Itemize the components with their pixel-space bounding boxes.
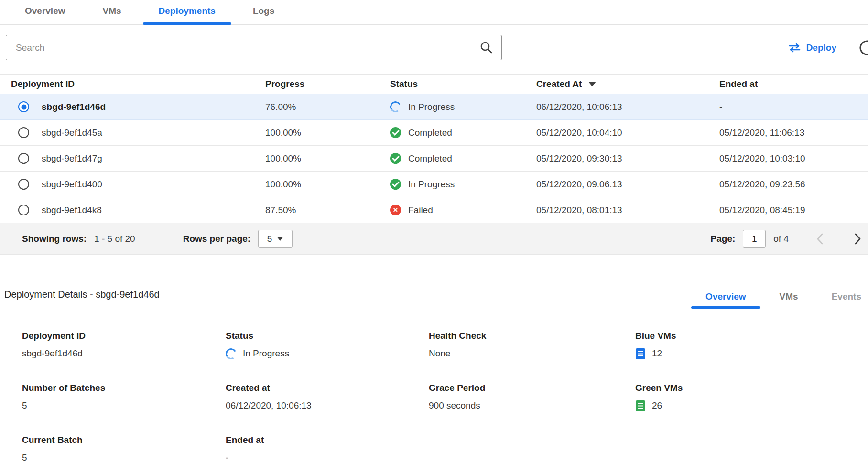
field-deployment-id: Deployment ID sbgd-9ef1d46d: [22, 331, 226, 360]
field-ended-at: Ended at -: [226, 435, 429, 464]
table-row[interactable]: sbgd-9ef1d4k8 87.50% Failed 05/12/2020, …: [0, 197, 868, 223]
showing-rows-label: Showing rows:: [22, 234, 87, 244]
deployment-details-section: Deployment Details - sbgd-9ef1d46d Overv…: [0, 289, 868, 464]
page-input[interactable]: [743, 230, 766, 248]
field-created-at: Created at 06/12/2020, 10:06:13: [226, 383, 429, 412]
sort-desc-icon: [588, 82, 596, 86]
status-label: Completed: [408, 153, 452, 164]
tab-logs[interactable]: Logs: [253, 6, 274, 24]
deployment-id: sbgd-9ef1d400: [42, 179, 102, 190]
radio-button[interactable]: [18, 101, 29, 112]
progress-value: 87.50%: [252, 205, 377, 215]
completed-icon: [390, 127, 401, 138]
created-at-value: 06/12/2020, 10:06:13: [523, 102, 706, 112]
table-row[interactable]: sbgd-9ef1d47g 100.00% Completed 05/12/20…: [0, 146, 868, 172]
deployment-id: sbgd-9ef1d46d: [42, 102, 106, 112]
top-tab-bar: Overview VMs Deployments Logs: [0, 0, 868, 25]
ended-at-value: -: [706, 102, 868, 112]
deployments-table: Deployment ID Progress Status Created At…: [0, 74, 868, 255]
column-header-deployment-id: Deployment ID: [0, 79, 252, 89]
rows-per-page-select[interactable]: 5: [258, 230, 293, 248]
swap-arrows-icon: [788, 43, 801, 53]
ended-at-value: 05/12/2020, 10:03:10: [706, 153, 868, 164]
radio-button[interactable]: [18, 153, 29, 164]
tab-vms[interactable]: VMs: [103, 6, 121, 24]
radio-button[interactable]: [18, 205, 29, 215]
status-label: In Progress: [408, 102, 455, 112]
field-health-check: Health Check None: [429, 331, 635, 360]
deployment-id: sbgd-9ef1d47g: [42, 153, 102, 164]
column-header-ended-at: Ended at: [706, 79, 868, 89]
column-header-progress: Progress: [252, 79, 377, 89]
deploy-button[interactable]: Deploy: [788, 43, 836, 53]
vm-green-icon: [635, 400, 646, 412]
field-blue-vms: Blue VMs 12: [635, 331, 868, 360]
details-tab-events[interactable]: Events: [832, 291, 861, 309]
status-label: Completed: [408, 128, 452, 138]
details-grid: Deployment ID sbgd-9ef1d46d Status In Pr…: [22, 331, 868, 464]
details-tab-vms[interactable]: VMs: [780, 291, 798, 309]
table-footer: Showing rows: 1 - 5 of 20 Rows per page:…: [0, 223, 868, 255]
search-box[interactable]: [6, 35, 502, 60]
ended-at-value: 05/12/2020, 09:23:56: [706, 179, 868, 190]
progress-value: 100.00%: [252, 128, 377, 138]
in-progress-icon: [389, 100, 402, 113]
chevron-left-icon[interactable]: [816, 233, 823, 245]
table-header-row: Deployment ID Progress Status Created At…: [0, 74, 868, 94]
table-row[interactable]: sbgd-9ef1d400 100.00% In Progress 05/12/…: [0, 172, 868, 197]
field-grace-period: Grace Period 900 seconds: [429, 383, 635, 412]
tab-deployments[interactable]: Deployments: [159, 6, 216, 24]
details-title: Deployment Details - sbgd-9ef1d46d: [4, 289, 160, 309]
table-row[interactable]: sbgd-9ef1d46d 76.00% In Progress 06/12/2…: [0, 94, 868, 120]
table-row[interactable]: sbgd-9ef1d45a 100.00% Completed 05/12/20…: [0, 120, 868, 146]
radio-button[interactable]: [18, 179, 29, 190]
status-label: Failed: [408, 205, 433, 215]
failed-icon: [390, 205, 401, 215]
completed-icon: [390, 179, 401, 190]
deploy-label: Deploy: [806, 43, 836, 53]
vm-blue-icon: [635, 348, 646, 360]
completed-icon: [390, 153, 401, 164]
tab-overview[interactable]: Overview: [25, 6, 65, 24]
created-at-value: 05/12/2020, 10:04:10: [523, 128, 706, 138]
ended-at-value: 05/12/2020, 08:45:19: [706, 205, 868, 215]
page-count: of 4: [773, 234, 789, 244]
deployment-id: sbgd-9ef1d45a: [42, 128, 102, 138]
progress-value: 76.00%: [252, 102, 377, 112]
details-tab-overview[interactable]: Overview: [705, 291, 746, 309]
pager: Page: of 4: [711, 230, 861, 248]
deployment-id: sbgd-9ef1d4k8: [42, 205, 102, 215]
details-tab-bar: Overview VMs Events: [705, 291, 861, 309]
showing-rows-value: 1 - 5 of 20: [94, 234, 135, 244]
column-header-created-at[interactable]: Created At: [523, 79, 706, 89]
in-progress-icon: [224, 347, 238, 360]
progress-value: 100.00%: [252, 153, 377, 164]
created-at-value: 05/12/2020, 09:06:13: [523, 179, 706, 190]
status-label: In Progress: [408, 179, 455, 190]
field-number-of-batches: Number of Batches 5: [22, 383, 226, 412]
refresh-icon[interactable]: [857, 38, 868, 57]
created-at-value: 05/12/2020, 09:30:13: [523, 153, 706, 164]
ended-at-value: 05/12/2020, 11:06:13: [706, 128, 868, 138]
field-status: Status In Progress: [226, 331, 429, 360]
rows-per-page-label: Rows per page:: [183, 234, 250, 244]
search-input[interactable]: [6, 43, 480, 53]
chevron-right-icon[interactable]: [855, 233, 861, 245]
search-icon: [480, 41, 493, 54]
created-at-value: 05/12/2020, 08:01:13: [523, 205, 706, 215]
page-label: Page:: [711, 234, 736, 244]
field-current-batch: Current Batch 5: [22, 435, 226, 464]
radio-button[interactable]: [18, 127, 29, 138]
column-header-status: Status: [377, 79, 523, 89]
progress-value: 100.00%: [252, 179, 377, 190]
toolbar: Deploy: [0, 25, 868, 60]
chevron-down-icon: [277, 237, 283, 241]
field-green-vms: Green VMs 26: [635, 383, 868, 412]
